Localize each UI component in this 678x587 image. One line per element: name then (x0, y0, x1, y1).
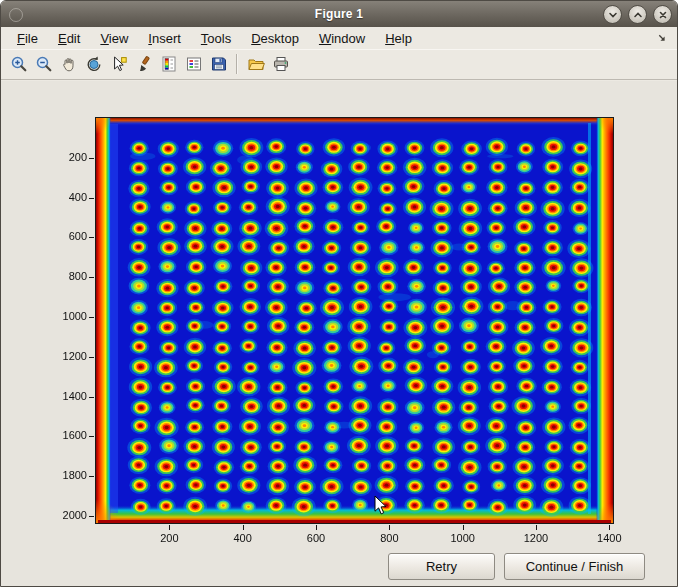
menu-tools[interactable]: Tools (191, 29, 241, 48)
zoom-out-icon (35, 55, 53, 73)
y-tick-mark (89, 516, 94, 517)
close-icon (657, 9, 669, 21)
insert-colorbar-tool[interactable] (157, 53, 180, 76)
y-tick-mark (89, 277, 94, 278)
x-tick-mark (169, 525, 170, 530)
data-cursor-icon (110, 55, 128, 73)
pan-tool[interactable] (57, 53, 80, 76)
y-tick-label: 1600 (43, 429, 87, 441)
y-tick-label: 600 (43, 230, 87, 242)
x-tick-mark (243, 525, 244, 530)
brush-icon (135, 55, 153, 73)
y-tick-label: 1000 (43, 310, 87, 322)
y-tick-mark (89, 198, 94, 199)
x-tick-label: 1400 (585, 532, 633, 544)
menu-desktop[interactable]: Desktop (241, 29, 309, 48)
chevron-down-icon (607, 9, 619, 21)
y-tick-mark (89, 357, 94, 358)
y-tick-mark (89, 476, 94, 477)
legend-icon (185, 55, 203, 73)
menu-view[interactable]: View (90, 29, 138, 48)
insert-legend-tool[interactable] (182, 53, 205, 76)
menubar: File Edit View Insert Tools Desktop Wind… (1, 27, 677, 49)
menu-help[interactable]: Help (375, 29, 422, 48)
brush-tool[interactable] (132, 53, 155, 76)
y-tick-mark (89, 237, 94, 238)
x-tick-label: 200 (145, 532, 193, 544)
figure-toolbar (1, 49, 677, 80)
retry-button[interactable]: Retry (388, 553, 495, 580)
x-tick-label: 600 (292, 532, 340, 544)
x-tick-mark (536, 525, 537, 530)
microarray-image[interactable] (96, 118, 613, 523)
zoom-out-tool[interactable] (32, 53, 55, 76)
y-tick-label: 1200 (43, 350, 87, 362)
dock-figure-button[interactable] (656, 31, 669, 49)
figure-area: Retry Continue / Finish 2004006008001000… (1, 81, 677, 586)
x-tick-mark (463, 525, 464, 530)
maximize-button[interactable] (628, 5, 647, 24)
x-tick-label: 800 (365, 532, 413, 544)
y-tick-label: 1400 (43, 390, 87, 402)
x-tick-label: 1200 (512, 532, 560, 544)
y-tick-label: 200 (43, 151, 87, 163)
y-tick-mark (89, 317, 94, 318)
zoom-in-tool[interactable] (7, 53, 30, 76)
toolbar-separator (236, 54, 238, 74)
close-button[interactable] (653, 5, 672, 24)
window-title: Figure 1 (1, 7, 677, 21)
save-figure-tool[interactable] (207, 53, 230, 76)
rotate-3d-tool[interactable] (82, 53, 105, 76)
menu-edit[interactable]: Edit (48, 29, 90, 48)
figure-window: Figure 1 File Edit View Insert Tools Des… (0, 0, 678, 587)
open-folder-icon (247, 55, 265, 73)
y-tick-mark (89, 397, 94, 398)
x-tick-label: 1000 (439, 532, 487, 544)
colorbar-icon (160, 55, 178, 73)
y-tick-mark (89, 158, 94, 159)
x-tick-mark (316, 525, 317, 530)
zoom-in-icon (10, 55, 28, 73)
save-icon (210, 55, 228, 73)
y-tick-label: 2000 (43, 509, 87, 521)
menu-window[interactable]: Window (309, 29, 375, 48)
y-tick-mark (89, 436, 94, 437)
hand-icon (60, 55, 78, 73)
menu-file[interactable]: File (7, 29, 48, 48)
data-cursor-tool[interactable] (107, 53, 130, 76)
y-tick-label: 1800 (43, 469, 87, 481)
rotate-3d-icon (85, 55, 103, 73)
minimize-button[interactable] (603, 5, 622, 24)
menu-insert[interactable]: Insert (138, 29, 191, 48)
print-figure-tool[interactable] (269, 53, 292, 76)
y-tick-label: 800 (43, 270, 87, 282)
y-tick-label: 400 (43, 191, 87, 203)
dock-arrow-icon (656, 32, 669, 45)
chevron-up-icon (632, 9, 644, 21)
printer-icon (272, 55, 290, 73)
titlebar[interactable]: Figure 1 (1, 1, 677, 28)
open-file-tool[interactable] (244, 53, 267, 76)
x-tick-label: 400 (219, 532, 267, 544)
continue-finish-button[interactable]: Continue / Finish (504, 553, 645, 580)
titlebar-buttons (603, 5, 672, 24)
x-tick-mark (389, 525, 390, 530)
x-tick-mark (609, 525, 610, 530)
